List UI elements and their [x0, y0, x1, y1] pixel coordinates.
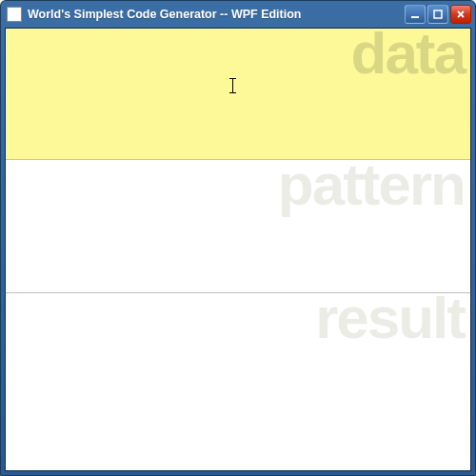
window-title: World's Simplest Code Generator -- WPF E…	[28, 8, 405, 21]
maximize-icon	[433, 10, 443, 19]
pattern-pane: pattern	[6, 160, 470, 293]
titlebar[interactable]: World's Simplest Code Generator -- WPF E…	[1, 1, 475, 28]
pattern-input[interactable]	[6, 160, 470, 292]
minimize-icon	[410, 10, 420, 19]
svg-rect-0	[411, 16, 419, 18]
result-output[interactable]	[6, 293, 470, 470]
close-button[interactable]	[450, 5, 471, 24]
minimize-button[interactable]	[405, 5, 426, 24]
client-area: data pattern result	[5, 28, 471, 471]
app-icon	[7, 7, 22, 22]
result-pane: result	[6, 293, 470, 470]
data-input[interactable]	[6, 29, 470, 159]
svg-rect-1	[434, 10, 442, 18]
maximize-button[interactable]	[427, 5, 448, 24]
data-pane: data	[6, 29, 470, 160]
window-controls	[405, 5, 471, 24]
app-window: World's Simplest Code Generator -- WPF E…	[0, 0, 476, 476]
close-icon	[456, 10, 466, 19]
